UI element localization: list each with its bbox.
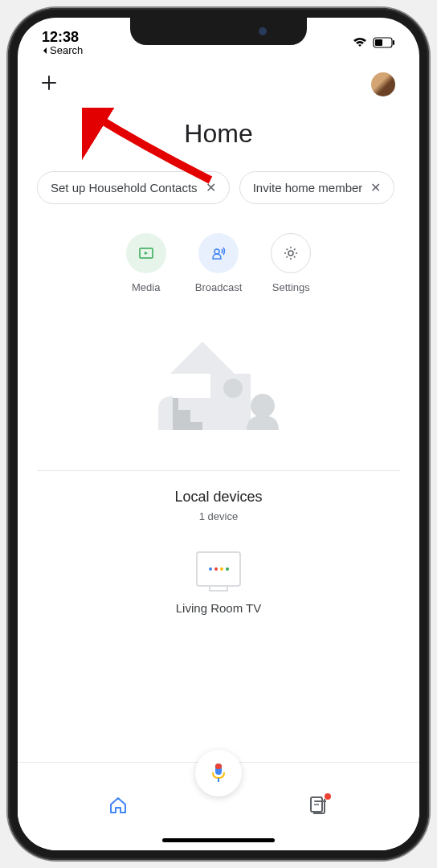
device-label: Living Room TV [176,601,261,615]
page-title: Home [18,119,419,149]
media-action[interactable]: Media [126,233,166,293]
status-left: 12:38 Search [42,29,83,56]
screen: 12:38 Search [18,18,419,850]
header [18,59,419,106]
battery-icon [373,37,395,48]
action-label: Broadcast [195,281,243,293]
svg-point-5 [288,251,293,256]
home-indicator[interactable] [162,838,275,842]
home-icon [108,795,129,816]
activity-icon [308,795,329,816]
status-right [352,37,395,48]
media-icon-circle [126,233,166,273]
broadcast-icon-circle [198,233,239,273]
chip-label: Invite home member [253,181,363,194]
tv-icon [196,551,241,587]
quick-actions: Media Broadcast Settings [18,233,419,293]
wifi-icon [352,37,368,48]
broadcast-action[interactable]: Broadcast [195,233,243,293]
house-illustration [18,326,419,446]
notch [130,18,307,45]
device-living-room-tv[interactable]: Living Room TV [162,551,275,615]
action-label: Settings [272,281,310,293]
status-time: 12:38 [42,29,79,46]
close-icon[interactable]: ✕ [370,180,381,195]
plus-icon [40,74,58,92]
svg-rect-1 [375,39,382,46]
profile-avatar[interactable] [370,71,397,98]
local-devices-count: 1 device [18,510,419,522]
close-icon[interactable]: ✕ [206,180,216,195]
chip-label: Set up Household Contacts [51,181,198,194]
bottom-nav [18,762,419,850]
back-to-search[interactable]: Search [42,44,83,56]
gear-icon [282,244,300,262]
svg-rect-11 [215,764,222,769]
chip-invite-member[interactable]: Invite home member ✕ [239,171,395,204]
action-label: Media [132,281,160,293]
settings-action[interactable]: Settings [271,233,311,293]
local-devices-title: Local devices [18,489,419,506]
svg-point-9 [251,394,275,418]
settings-icon-circle [271,233,311,273]
google-dots-icon [209,567,229,571]
phone-frame: 12:38 Search [8,8,429,860]
back-label: Search [50,44,83,56]
assistant-mic-button[interactable] [195,750,242,796]
suggestion-chips: Set up Household Contacts ✕ Invite home … [18,171,419,204]
add-button[interactable] [40,74,58,95]
back-triangle-icon [42,47,48,55]
nav-activity[interactable] [308,795,329,819]
nav-home[interactable] [108,795,129,819]
chip-household-contacts[interactable]: Set up Household Contacts ✕ [37,171,230,204]
broadcast-icon [210,244,227,262]
svg-point-4 [214,249,219,254]
mic-icon [210,762,227,784]
media-icon [137,244,155,262]
local-devices-section: Local devices 1 device [18,471,419,538]
svg-point-7 [223,379,243,398]
svg-rect-2 [393,40,394,45]
